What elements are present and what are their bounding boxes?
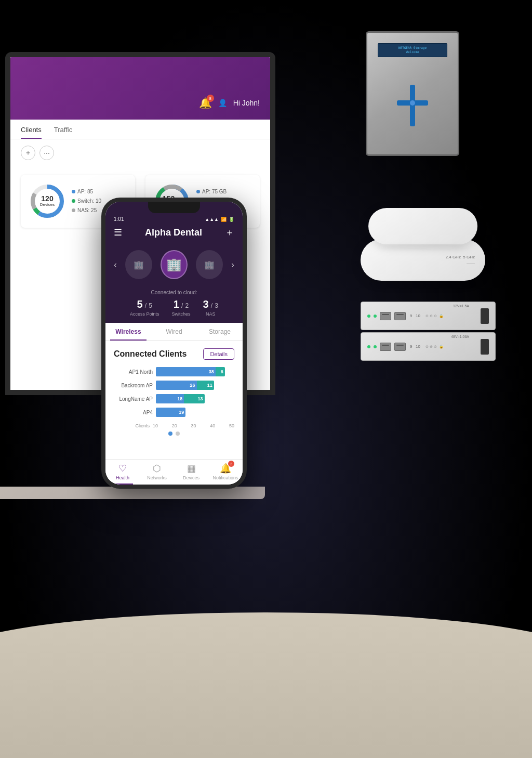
- bar-num-blue-ap4: 19: [179, 410, 184, 415]
- ap-device-bottom: 2.4 GHz 5 GHz ——: [361, 239, 485, 281]
- nas-box: NETGEAR Storage Welcome: [366, 31, 459, 156]
- tab-storage[interactable]: Storage: [197, 323, 243, 341]
- building-icon-main: 🏢: [166, 257, 182, 272]
- more-button[interactable]: ···: [39, 146, 54, 160]
- switch-denom-val: 2: [185, 302, 189, 309]
- details-button[interactable]: Details: [203, 348, 234, 360]
- nas-screen-line2: Welcome: [382, 50, 443, 54]
- nas-label: NAS: [203, 311, 219, 317]
- devices-icon: ▦: [187, 463, 196, 474]
- cloud-status: Connected to cloud: 5 / 5 Access Points …: [105, 287, 243, 323]
- axis-val-20: 20: [172, 423, 177, 428]
- switch-power-1: [481, 308, 489, 324]
- axis-val-30: 30: [191, 423, 196, 428]
- bar-teal-longname: 13: [184, 394, 204, 403]
- tab-traffic[interactable]: Traffic: [54, 126, 72, 139]
- phone-title: Alpha Dental: [145, 227, 202, 238]
- nav-devices[interactable]: ▦ Devices: [174, 463, 208, 480]
- axis-val-40: 40: [210, 423, 215, 428]
- cloud-label: Connected to cloud:: [114, 290, 234, 295]
- tab-wireless[interactable]: Wireless: [105, 323, 151, 341]
- menu-icon[interactable]: ☰: [114, 227, 122, 238]
- greeting-text: Hi John!: [233, 99, 260, 107]
- ap-label: Access Points: [130, 311, 159, 317]
- carousel-prev[interactable]: ‹: [114, 259, 117, 270]
- phone-carousel: ‹ 🏢 🏢 🏢 ›: [105, 245, 243, 287]
- tab-wired[interactable]: Wired: [151, 323, 197, 341]
- switch-port-9b: [380, 343, 391, 351]
- nav-health-label: Health: [116, 475, 129, 480]
- nas-denominator: /: [211, 302, 212, 309]
- nav-networks[interactable]: ⬡ Networks: [140, 463, 174, 480]
- page-dot-2[interactable]: [176, 432, 180, 436]
- phone-notch: [148, 202, 200, 213]
- nav-devices-label: Devices: [183, 475, 200, 480]
- cloud-stats: 5 / 5 Access Points 1 / 2 Switches: [114, 298, 234, 317]
- wifi-icon: 📶: [221, 217, 227, 222]
- devices-donut: 120 Devices: [29, 183, 65, 219]
- bar-label-ap4: AP4: [114, 410, 153, 415]
- bar-row-backroom: Backroom AP 26 11: [114, 381, 234, 390]
- cloud-switch-stat: 1 / 2 Switches: [172, 298, 191, 317]
- bar-label-backroom: Backroom AP: [114, 383, 153, 388]
- notification-bell-icon[interactable]: 🔔 8: [199, 97, 212, 109]
- ap-denom-val: 5: [149, 302, 152, 309]
- bar-chart: AP1 North 38 6 Backroom AP: [114, 367, 234, 417]
- cloud-nas-stat: 3 / 3 NAS: [203, 298, 219, 317]
- phone-header: ☰ Alpha Dental ＋: [105, 224, 243, 245]
- bar-row-longname: LongName AP 18 13: [114, 394, 234, 403]
- phone-tabs: Wireless Wired Storage: [105, 323, 243, 341]
- phone-nav: ♡ Health ⬡ Networks ▦ Devices 🔔 2 Notifi…: [105, 459, 243, 485]
- axis-values: 10 20 30 40 50: [153, 423, 234, 428]
- bar-track-longname: 18 13: [156, 394, 234, 403]
- switch-numerator: 1: [174, 298, 179, 310]
- clients-header: Connected Clients Details: [114, 348, 234, 360]
- ap-denominator: /: [145, 302, 147, 309]
- axis-val-10: 10: [153, 423, 158, 428]
- bar-track-ap1: 38 6: [156, 367, 234, 376]
- bar-blue-longname: 18: [156, 394, 184, 403]
- page-dots: [114, 428, 234, 439]
- nav-networks-label: Networks: [147, 475, 167, 480]
- ap-stack: 2.4 GHz 5 GHz ——: [355, 208, 501, 281]
- switch-led-3: [367, 345, 370, 348]
- laptop-toolbar: ＋ ···: [10, 139, 270, 166]
- nav-notifications[interactable]: 🔔 2 Notifications: [208, 463, 243, 480]
- tab-clients[interactable]: Clients: [21, 126, 42, 139]
- nas-device: NETGEAR Storage Welcome: [366, 31, 470, 166]
- table-surface: [0, 612, 532, 758]
- carousel-next[interactable]: ›: [231, 259, 234, 270]
- switch-port-10b: [394, 343, 406, 351]
- phone-time: 1:01: [114, 216, 124, 222]
- bar-row-ap4: AP4 19: [114, 408, 234, 417]
- bar-row-ap1: AP1 North 38 6: [114, 367, 234, 376]
- carousel-building-right: 🏢: [196, 250, 223, 279]
- switch-stack: 9 10 ⊙ ⊖ ⊙ 🔒 12V=1.5A 9 10 ⊙ ⊖ ⊙ 🔒 48V=1…: [361, 302, 506, 361]
- add-button[interactable]: ＋: [21, 146, 35, 160]
- switch-led-4: [374, 345, 377, 348]
- building-icon-sm: 🏢: [134, 260, 144, 270]
- nas-denom-val: 3: [215, 302, 218, 309]
- phone-screen: 1:01 ▲▲▲ 📶 🔋 ☰ Alpha Dental ＋ ‹ 🏢 🏢 🏢: [105, 202, 243, 485]
- status-icons: ▲▲▲ 📶 🔋: [205, 217, 234, 222]
- page-dot-1[interactable]: [168, 432, 172, 436]
- ap-numerator: 5: [137, 298, 142, 310]
- switch-led-1: [367, 315, 370, 318]
- axis-left-label: Clients: [114, 423, 153, 428]
- laptop-header: 🔔 8 👤 Hi John!: [10, 57, 270, 120]
- bar-num-teal-backroom: 11: [207, 383, 212, 388]
- carousel-building-left: 🏢: [125, 250, 152, 279]
- phone-device: 1:01 ▲▲▲ 📶 🔋 ☰ Alpha Dental ＋ ‹ 🏢 🏢 🏢: [101, 198, 247, 489]
- switch-power-2: [481, 339, 489, 355]
- bell-badge: 8: [207, 95, 214, 102]
- carousel-building-center[interactable]: 🏢: [161, 250, 188, 279]
- chart-axis: Clients 10 20 30 40 50: [114, 423, 234, 428]
- switch-device-1: 9 10 ⊙ ⊖ ⊙ 🔒 12V=1.5A: [361, 302, 496, 330]
- ap-device-top: [368, 208, 477, 244]
- nav-health[interactable]: ♡ Health: [105, 463, 140, 480]
- svg-point-10: [410, 100, 415, 106]
- signal-icon: ▲▲▲: [205, 217, 219, 222]
- add-location-button[interactable]: ＋: [225, 226, 234, 239]
- notifications-icon: 🔔 2: [220, 463, 231, 474]
- cloud-ap-stat: 5 / 5 Access Points: [130, 298, 159, 317]
